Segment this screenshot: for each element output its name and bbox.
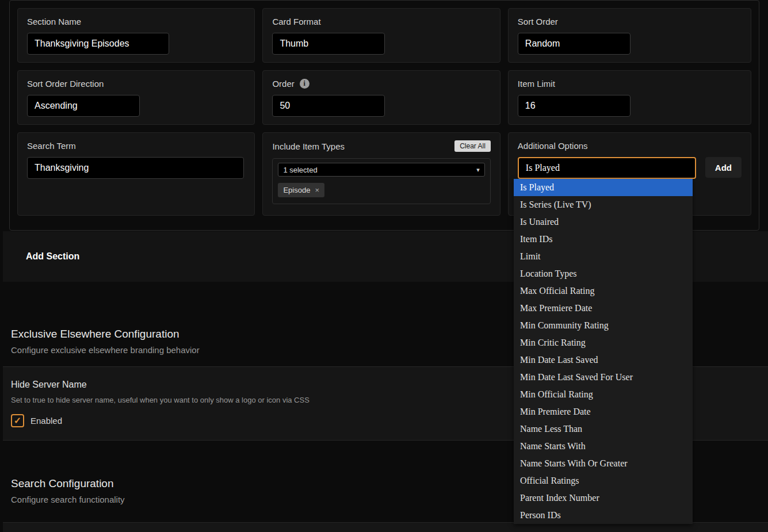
item-types-selected-summary: 1 selected <box>283 166 317 174</box>
dropdown-option[interactable]: Person IDs <box>514 507 693 524</box>
sort-order-direction-input[interactable] <box>27 95 140 117</box>
field-card-sort-order-direction: Sort Order Direction <box>17 70 255 125</box>
add-section-button[interactable]: Add Section <box>26 251 79 262</box>
section-name-label: Section Name <box>27 16 245 27</box>
dropdown-option[interactable]: Item IDs <box>514 231 693 248</box>
search-configuration-title: Search Configuration <box>11 477 125 490</box>
additional-options-input[interactable] <box>518 157 696 179</box>
section-name-input[interactable] <box>27 33 169 55</box>
item-type-chip: Episode × <box>278 183 324 197</box>
dropdown-option[interactable]: Max Premiere Date <box>514 300 693 317</box>
field-card-item-limit: Item Limit <box>508 70 751 125</box>
exclusive-elsewhere-heading: Exclusive Elsewhere Configuration Config… <box>11 328 200 355</box>
search-configuration-heading: Search Configuration Configure search fu… <box>11 477 125 504</box>
dropdown-option[interactable]: Is Played <box>514 179 693 196</box>
dropdown-option[interactable]: Max Official Rating <box>514 282 693 300</box>
exclusive-elsewhere-title: Exclusive Elsewhere Configuration <box>11 328 200 340</box>
dropdown-option[interactable]: Min Official Rating <box>514 386 693 403</box>
search-term-label: Search Term <box>27 140 245 151</box>
additional-options-dropdown: Is PlayedIs Series (Live TV)Is UnairedIt… <box>514 179 693 524</box>
field-card-search-term: Search Term <box>17 132 255 216</box>
add-option-button[interactable]: Add <box>705 157 742 178</box>
dropdown-option[interactable]: Name Less Than <box>514 420 693 438</box>
dropdown-option[interactable]: Min Critic Rating <box>514 334 693 351</box>
sort-order-direction-label: Sort Order Direction <box>27 78 245 89</box>
check-icon: ✓ <box>14 416 21 426</box>
dropdown-option[interactable]: Name Starts With Or Greater <box>514 455 693 472</box>
field-card-card-format: Card Format <box>262 8 500 63</box>
field-card-section-name: Section Name <box>17 8 255 63</box>
field-card-include-item-types: Include Item Types Clear All 1 selected … <box>262 132 500 216</box>
dropdown-option[interactable]: Limit <box>514 248 693 265</box>
clear-all-button[interactable]: Clear All <box>454 140 491 152</box>
field-card-sort-order: Sort Order <box>508 8 751 63</box>
search-configuration-subtitle: Configure search functionality <box>11 495 125 504</box>
item-types-panel: 1 selected ▾ Episode × <box>272 158 490 204</box>
dropdown-option[interactable]: Min Premiere Date <box>514 403 693 420</box>
item-limit-label: Item Limit <box>518 78 742 89</box>
include-item-types-label: Include Item Types <box>272 141 345 152</box>
dropdown-option[interactable]: Location Types <box>514 265 693 282</box>
dropdown-option[interactable]: Min Date Last Saved <box>514 351 693 369</box>
item-type-chip-label: Episode <box>283 186 310 194</box>
dropdown-option[interactable]: Min Community Rating <box>514 317 693 334</box>
dropdown-option[interactable]: Parent Index Number <box>514 489 693 507</box>
additional-options-label: Additional Options <box>518 140 742 151</box>
sort-order-label: Sort Order <box>518 16 742 27</box>
search-term-input[interactable] <box>27 157 244 179</box>
item-limit-input[interactable] <box>518 95 631 117</box>
enabled-checkbox-label: Enabled <box>30 416 62 426</box>
card-format-label: Card Format <box>272 16 490 27</box>
dropdown-option[interactable]: Is Series (Live TV) <box>514 196 693 213</box>
chip-remove-icon[interactable]: × <box>315 186 319 194</box>
order-label: Order <box>272 78 294 89</box>
field-card-order: Order i <box>262 70 500 125</box>
plugin-settings-page: Section Name Card Format Sort Order Sort… <box>0 0 768 532</box>
enabled-checkbox[interactable]: ✓ <box>11 414 24 427</box>
dropdown-option[interactable]: Name Starts With <box>514 438 693 455</box>
chevron-down-icon: ▾ <box>476 167 480 173</box>
exclusive-elsewhere-subtitle: Configure exclusive elsewhere branding b… <box>11 345 200 355</box>
dropdown-option[interactable]: Official Ratings <box>514 472 693 489</box>
dropdown-option[interactable]: Min Date Last Saved For User <box>514 369 693 386</box>
sort-order-input[interactable] <box>518 33 631 55</box>
order-input[interactable] <box>272 95 385 117</box>
dropdown-option[interactable]: Is Unaired <box>514 213 693 231</box>
info-icon[interactable]: i <box>300 79 310 89</box>
item-types-multiselect[interactable]: 1 selected ▾ <box>278 163 484 177</box>
card-format-input[interactable] <box>272 33 385 55</box>
